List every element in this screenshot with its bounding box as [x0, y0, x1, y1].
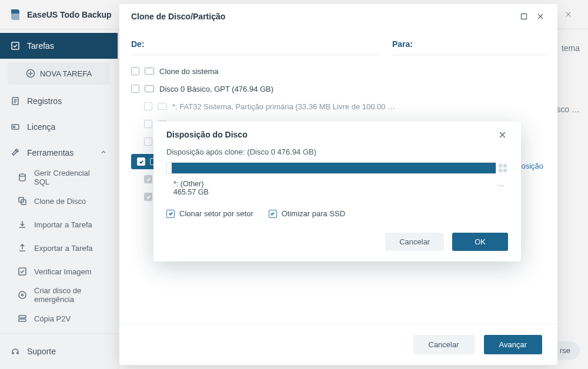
partition-bar[interactable]	[166, 162, 508, 174]
tree-item-system-clone[interactable]: Clone do sistema	[131, 62, 546, 80]
partition-segment[interactable]	[172, 163, 496, 173]
tree-item-label: Clone do sistema	[159, 67, 218, 76]
disk-layout-footer: Cancelar OK	[153, 233, 521, 261]
to-header: Para:	[392, 39, 546, 49]
more-icon[interactable]: …	[497, 180, 509, 188]
checkbox[interactable]	[144, 102, 152, 110]
from-header: De:	[131, 39, 378, 49]
disk-layout-titlebar: Disposição do Disco	[153, 122, 521, 147]
disk-layout-cancel-button[interactable]: Cancelar	[385, 233, 444, 251]
partition-info: *: (Other) 465.57 GB …	[166, 180, 508, 196]
checkbox-checked[interactable]	[137, 157, 145, 166]
clone-cancel-button[interactable]: Cancelar	[413, 335, 475, 354]
layout-link-truncated[interactable]: osição	[521, 162, 543, 170]
disk-layout-title: Disposição do Disco	[166, 130, 248, 139]
disk-layout-dialog: Disposição do Disco Disposição após clon…	[153, 122, 521, 261]
option-label: Otimizar para SSD	[282, 209, 345, 218]
tree-item-label: *: FAT32 Sistema, Partição primária (33.…	[172, 102, 395, 111]
checkbox[interactable]	[131, 67, 139, 75]
clone-dialog-maximize-button[interactable]	[519, 11, 529, 22]
disk-icon	[145, 85, 154, 92]
checkbox-checked-dim[interactable]	[144, 175, 152, 183]
clone-dialog-footer: Cancelar Avançar	[119, 324, 557, 365]
partition-icon	[158, 103, 167, 110]
checkbox-checked[interactable]	[166, 210, 175, 218]
checkbox[interactable]	[144, 137, 152, 146]
checkbox-checked[interactable]	[269, 210, 277, 218]
clone-dialog-close-button[interactable]	[535, 11, 546, 22]
tree-item-partition-fat32[interactable]: *: FAT32 Sistema, Partição primária (33.…	[131, 98, 546, 115]
option-sector-by-sector[interactable]: Clonar setor por setor	[166, 209, 253, 218]
svg-rect-14	[522, 14, 527, 19]
partition-size: 465.57 GB	[173, 188, 209, 196]
clone-next-button[interactable]: Avançar	[484, 335, 542, 354]
partition-name: *: (Other)	[173, 180, 209, 188]
checkbox[interactable]	[131, 85, 139, 93]
disk-layout-close-button[interactable]	[496, 129, 508, 140]
disk-icon	[145, 68, 154, 75]
disk-layout-ok-button[interactable]: OK	[452, 233, 508, 251]
clone-dialog-title: Clone de Disco/Partição	[131, 12, 225, 21]
unallocated-icon	[499, 163, 508, 173]
tree-item-label: Disco 0 Básico, GPT (476.94 GB)	[159, 85, 273, 93]
checkbox[interactable]	[144, 120, 152, 128]
option-optimize-ssd[interactable]: Otimizar para SSD	[269, 209, 345, 218]
checkbox-checked-dim[interactable]	[144, 193, 152, 201]
clone-dialog-titlebar: Clone de Disco/Partição	[119, 4, 557, 29]
option-label: Clonar setor por setor	[179, 209, 253, 218]
after-clone-label: Disposição após clone: (Disco 0 476.94 G…	[166, 147, 508, 156]
tree-item-disk0[interactable]: Disco 0 Básico, GPT (476.94 GB)	[131, 80, 546, 98]
